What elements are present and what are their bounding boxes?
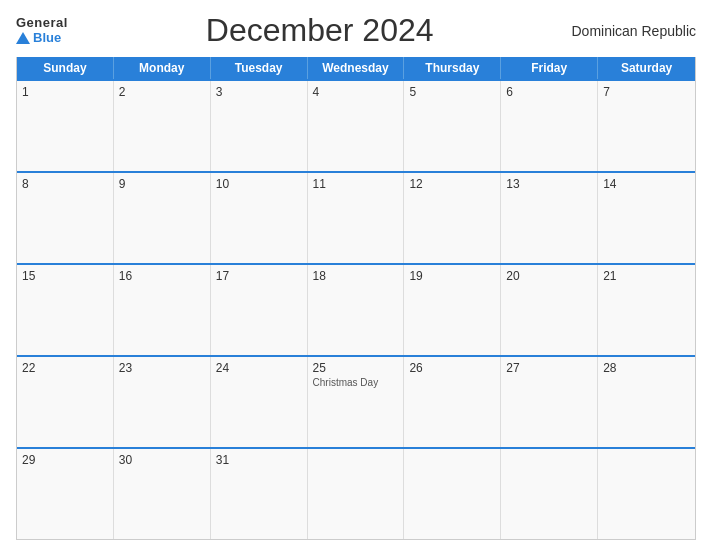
day-cell: 5	[404, 81, 501, 171]
day-cell: 11	[308, 173, 405, 263]
header-wednesday: Wednesday	[308, 57, 405, 79]
header-friday: Friday	[501, 57, 598, 79]
calendar-grid: Sunday Monday Tuesday Wednesday Thursday…	[16, 57, 696, 540]
day-cell: 29	[17, 449, 114, 539]
day-cell: 28	[598, 357, 695, 447]
header-monday: Monday	[114, 57, 211, 79]
day-cell: 15	[17, 265, 114, 355]
day-cell: 20	[501, 265, 598, 355]
day-cell-empty	[308, 449, 405, 539]
day-cell: 12	[404, 173, 501, 263]
day-cell-christmas: 25 Christmas Day	[308, 357, 405, 447]
day-cell: 27	[501, 357, 598, 447]
week-row-1: 1 2 3 4 5 6 7	[17, 79, 695, 171]
weeks-container: 1 2 3 4 5 6 7 8 9 10 11 12 13 14 15 16	[17, 79, 695, 539]
day-cell: 8	[17, 173, 114, 263]
header-thursday: Thursday	[404, 57, 501, 79]
day-headers-row: Sunday Monday Tuesday Wednesday Thursday…	[17, 57, 695, 79]
day-cell: 30	[114, 449, 211, 539]
day-cell: 2	[114, 81, 211, 171]
week-row-4: 22 23 24 25 Christmas Day 26 27 28	[17, 355, 695, 447]
logo-triangle-icon	[16, 32, 30, 44]
day-cell: 10	[211, 173, 308, 263]
header: General Blue December 2024 Dominican Rep…	[16, 12, 696, 49]
week-row-3: 15 16 17 18 19 20 21	[17, 263, 695, 355]
day-cell: 26	[404, 357, 501, 447]
header-tuesday: Tuesday	[211, 57, 308, 79]
calendar-page: General Blue December 2024 Dominican Rep…	[0, 0, 712, 550]
day-cell: 31	[211, 449, 308, 539]
day-cell: 19	[404, 265, 501, 355]
country-label: Dominican Republic	[571, 23, 696, 39]
day-cell: 17	[211, 265, 308, 355]
day-cell: 3	[211, 81, 308, 171]
day-cell-empty	[598, 449, 695, 539]
day-cell: 22	[17, 357, 114, 447]
day-cell: 6	[501, 81, 598, 171]
logo-general-text: General	[16, 16, 68, 30]
day-cell-empty	[501, 449, 598, 539]
calendar-title: December 2024	[68, 12, 572, 49]
day-cell: 16	[114, 265, 211, 355]
day-cell: 21	[598, 265, 695, 355]
day-cell: 18	[308, 265, 405, 355]
day-cell: 4	[308, 81, 405, 171]
day-cell-empty	[404, 449, 501, 539]
header-sunday: Sunday	[17, 57, 114, 79]
day-cell: 14	[598, 173, 695, 263]
header-saturday: Saturday	[598, 57, 695, 79]
week-row-2: 8 9 10 11 12 13 14	[17, 171, 695, 263]
day-cell: 9	[114, 173, 211, 263]
day-cell: 23	[114, 357, 211, 447]
day-cell: 7	[598, 81, 695, 171]
logo-blue-text: Blue	[16, 31, 61, 45]
day-cell: 24	[211, 357, 308, 447]
logo: General Blue	[16, 16, 68, 45]
day-cell: 1	[17, 81, 114, 171]
day-cell: 13	[501, 173, 598, 263]
week-row-5: 29 30 31	[17, 447, 695, 539]
